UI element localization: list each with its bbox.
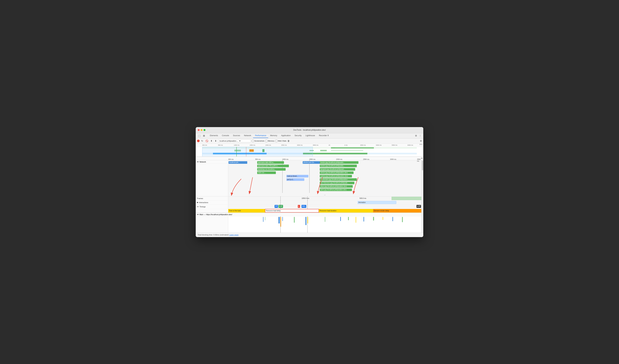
fc-bar-6 — [294, 217, 295, 223]
tick-1494: 1494 ms — [234, 144, 250, 146]
fp-badge: FP — [275, 205, 278, 208]
devtools-window: DevTools - localhost.philipwalton.dev/ ⬚… — [196, 127, 423, 237]
network-section: ▼ Network localhost.phi... — [196, 160, 421, 196]
main-content[interactable]: ▼ Network localhost.phi... — [196, 160, 423, 233]
net-bar-london1[interactable]: london.jpg (localhost.philipwalto... — [320, 161, 358, 164]
web-vitals-checkbox[interactable] — [275, 140, 278, 142]
fc-bar-5 — [282, 217, 283, 221]
dashed-line-int-2 — [307, 200, 308, 204]
detail-tick-1994: 1994 ms — [309, 158, 315, 160]
tab-console[interactable]: Console — [220, 133, 231, 138]
tab-memory[interactable]: Memory — [268, 133, 279, 138]
more-options-button[interactable]: ⋮ — [418, 134, 422, 137]
fc-bar-8 — [307, 217, 308, 224]
tick-2494: 2494 ms — [266, 144, 281, 146]
fc-bar-10 — [340, 217, 341, 221]
dcl-badge: DCL — [302, 205, 306, 208]
upload-button[interactable]: ⬆ — [210, 139, 213, 142]
tick-4ms: 4 ms — [344, 144, 360, 146]
tab-sources[interactable]: Sources — [231, 133, 242, 138]
tab-security[interactable]: Security — [293, 133, 304, 138]
fcp-badge: FCP — [279, 205, 283, 208]
net-bar-london2[interactable]: london.jpg (localhost.philipwalto... — [320, 165, 357, 167]
refresh-button[interactable]: ↻ — [201, 139, 204, 142]
tab-recorder[interactable]: Recorder 🎙 — [317, 133, 331, 138]
performance-settings-button[interactable]: ⚙ — [420, 140, 422, 142]
timeline-overview[interactable]: 494 ms 994 ms 1494 ms 1994 ms 2494 ms 29… — [196, 144, 423, 157]
fc-bar-14 — [373, 217, 374, 221]
fc-bar-12 — [356, 217, 356, 223]
net-bar-amsterdam[interactable]: amsterdam.jpg (localhost.philipwalton...… — [320, 178, 357, 181]
main-thread-collapse[interactable]: ▼ — [197, 213, 199, 215]
tick-3994: 3994 ms — [313, 144, 328, 146]
net-bar-opensans700[interactable]: opensans-latin-700.woff2 (l... — [257, 165, 289, 167]
fc-bar-1 — [263, 217, 264, 222]
web-vitals-checkbox-label[interactable]: Web Vitals — [275, 140, 286, 142]
record-button[interactable] — [197, 140, 200, 142]
lcp-phases-track: Time to first byte Resource load delay R… — [228, 209, 421, 212]
more-items-row: ... — [196, 193, 421, 196]
main-thread-header: ▼ Main — https://localhost.philipwalton.… — [196, 213, 421, 216]
tick-4994: 4994 ms — [360, 144, 376, 146]
tab-elements[interactable]: Elements — [208, 133, 220, 138]
detail-ruler: 494 ms 994 ms 1494 ms 1994 ms 2494 ms 29… — [196, 157, 423, 160]
tab-lighthouse[interactable]: Lighthouse — [304, 133, 317, 138]
close-button[interactable] — [198, 129, 200, 131]
net-bar-sydney[interactable]: sydney.jpg (localhost.philipwalton.dev) — [320, 175, 352, 177]
scrollbar[interactable] — [421, 160, 423, 233]
detail-tick-44: 44 — [421, 157, 423, 159]
clear-button[interactable]: 🚫 — [205, 139, 209, 142]
tab-network[interactable]: Network — [242, 133, 253, 138]
net-bar-maincss[interactable]: main.css ... — [257, 171, 276, 174]
dashed-line-2 — [309, 160, 310, 193]
screenshots-checkbox-label[interactable]: Screenshots — [252, 140, 264, 142]
screenshots-checkbox[interactable] — [252, 140, 254, 142]
download-button[interactable]: ⬇ — [214, 139, 217, 142]
flame-chart — [228, 216, 421, 233]
fc-bar-15 — [383, 217, 383, 220]
ellipsis: ... — [324, 193, 326, 196]
minimize-button[interactable] — [201, 129, 203, 131]
maximize-button[interactable] — [204, 129, 205, 131]
net-bar-venice[interactable]: venice.jpg (localhost.philipwalton.dev) — [320, 171, 353, 174]
device-toggle-button[interactable]: ⊞ — [202, 134, 206, 138]
timings-track: FP FCP L DCL LCP — [228, 205, 421, 209]
l-badge: L — [298, 205, 300, 208]
net-bar-bangkok[interactable]: bangkok.jpg (localhost.philipwalt... — [320, 168, 355, 171]
main-thread-section: ▼ Main — https://localhost.philipwalton.… — [196, 213, 421, 233]
cursor-tool-button[interactable]: ⬚ — [197, 134, 201, 138]
tab-performance[interactable]: Performance — [253, 133, 268, 138]
dropdown-icon[interactable]: ▼ — [239, 140, 241, 142]
dashed-line-tim-2 — [307, 205, 308, 209]
memory-checkbox[interactable] — [265, 140, 267, 142]
lcp-badge: LCP — [416, 205, 421, 208]
settings-button[interactable]: ⚙ — [414, 134, 418, 137]
collapse-icon[interactable]: ▼ — [197, 161, 199, 163]
net-bar-perfjs[interactable]: perf.js (l... — [286, 178, 304, 181]
scrollbar-thumb[interactable] — [422, 161, 423, 170]
net-bar-opensans400[interactable]: opensans-latin-400.w... — [257, 161, 284, 164]
net-bar-localhost[interactable]: localhost.phi... — [228, 161, 247, 164]
net-bar-paris[interactable]: paris.jpg (localhost.philipwalton.dev) — [320, 188, 352, 191]
net-bar-photosjson[interactable]: photos.json (lo... — [303, 161, 321, 164]
learn-more-link[interactable]: Learn more — [229, 234, 239, 236]
net-bar-sanfrancisco[interactable]: san-francisco.jpg (localhost.philipwalt.… — [320, 182, 354, 184]
net-bar-mainjs[interactable]: main.js (local... — [286, 175, 308, 177]
fc-bar-2 — [265, 217, 265, 220]
record-bar: ↻ 🚫 ⬆ ⬇ localhost.philipwalton.... ▼ Scr… — [196, 139, 423, 144]
tick-5494: 5494 ms — [376, 144, 392, 146]
status-bar: Total blocking time: 0.00ms (estimated) … — [196, 233, 423, 237]
green-marker — [236, 147, 237, 157]
overview-tracks[interactable] — [196, 147, 423, 157]
net-bar-bootstrap[interactable]: bootstrap.css (localhos... — [257, 168, 286, 171]
tick-494: 494 ms — [202, 144, 218, 146]
expand-icon[interactable]: ▶ — [197, 201, 198, 203]
timings-collapse-icon[interactable]: ▼ — [197, 206, 199, 208]
network-header[interactable]: ▼ Network — [196, 160, 228, 164]
memory-checkbox-label[interactable]: Memory — [265, 140, 274, 142]
net-bar-tokyo[interactable]: tokyo.jpg (localhost.philipwalton.dev) — [320, 185, 353, 188]
trash-button[interactable]: 🗑 — [287, 140, 290, 142]
interactions-row: ▶ Interactions Animation — [196, 200, 421, 205]
timeline-selection[interactable] — [202, 147, 313, 157]
tab-application[interactable]: Application — [279, 133, 293, 138]
